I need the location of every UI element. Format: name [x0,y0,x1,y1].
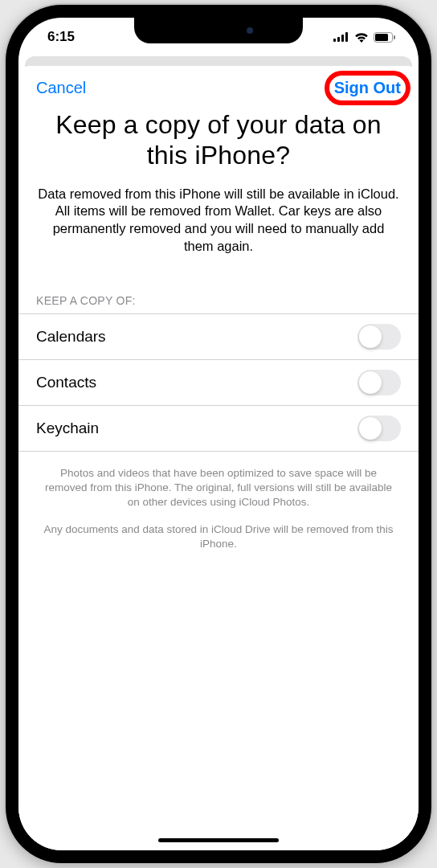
svg-rect-0 [333,39,336,42]
list-item-label: Keychain [36,420,99,437]
toggle-knob [359,417,382,440]
footnote-icloud-drive: Any documents and data stored in iCloud … [18,514,419,556]
svg-rect-6 [394,35,395,39]
status-time: 6:15 [47,29,75,45]
cellular-signal-icon [333,32,349,42]
list-item: Calendars [18,314,419,360]
modal-sheet: Cancel Sign Out Keep a copy of your data… [18,66,419,850]
toggle-knob [359,326,382,348]
svg-rect-3 [345,32,348,42]
toggle-contacts[interactable] [357,370,401,395]
section-header: KEEP A COPY OF: [18,280,419,313]
notch [134,18,303,43]
cancel-button[interactable]: Cancel [36,79,86,97]
sign-out-button[interactable]: Sign Out [334,79,401,96]
status-icons [333,32,396,43]
footnote-photos: Photos and videos that have been optimiz… [18,452,419,515]
list-item-label: Contacts [36,374,96,391]
toggle-knob [359,371,382,394]
list-item-label: Calendars [36,328,106,346]
svg-rect-2 [341,35,344,42]
wifi-icon [354,32,369,43]
toggle-keychain[interactable] [357,416,401,441]
toggle-calendars[interactable] [357,324,401,350]
home-indicator[interactable] [158,838,279,842]
list-item: Keychain [18,406,419,452]
nav-bar: Cancel Sign Out [18,66,419,104]
phone-frame: 6:15 Cancel Sign Out [6,5,431,863]
camera-dot [247,27,253,34]
svg-rect-5 [375,34,388,41]
battery-icon [374,32,396,43]
page-title: Keep a copy of your data on this iPhone? [18,104,419,186]
list-item: Contacts [18,360,419,406]
options-list: Calendars Contacts Keychain [18,313,419,452]
page-subtitle: Data removed from this iPhone will still… [18,186,419,280]
screen: 6:15 Cancel Sign Out [18,18,419,850]
svg-rect-1 [337,37,340,42]
